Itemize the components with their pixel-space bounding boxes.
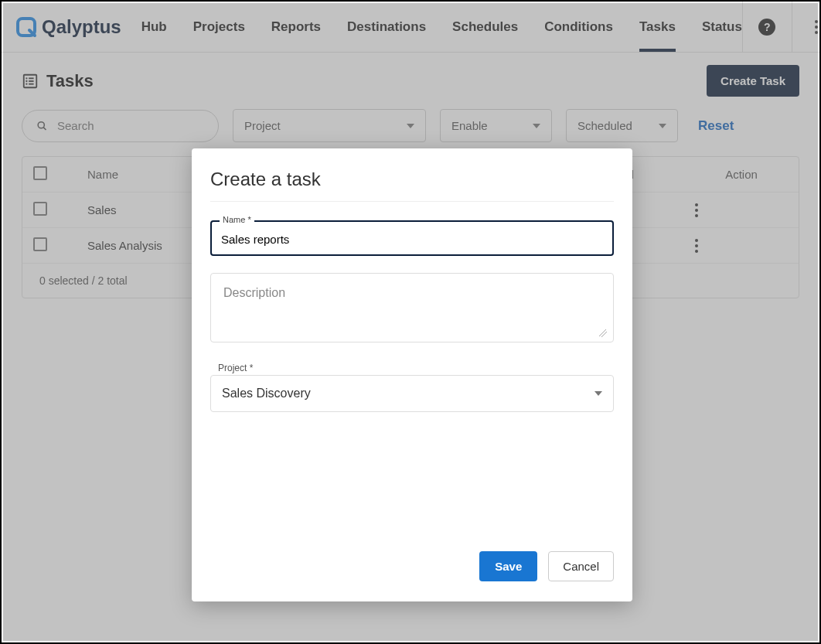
description-field[interactable]: Description [210, 273, 614, 342]
name-input[interactable] [221, 233, 603, 246]
cancel-button[interactable]: Cancel [548, 551, 614, 581]
chevron-down-icon [594, 391, 602, 396]
name-field[interactable]: Name * [210, 220, 614, 256]
create-task-modal: Create a task Name * Description Project… [192, 148, 632, 601]
project-select-value: Sales Discovery [222, 387, 311, 400]
project-field-label: Project * [218, 363, 614, 373]
project-field: Project * Sales Discovery [210, 363, 614, 412]
name-field-label: Name * [220, 215, 254, 224]
modal-footer: Save Cancel [210, 551, 614, 581]
resize-grip-icon[interactable] [599, 329, 607, 337]
project-select[interactable]: Sales Discovery [210, 375, 614, 412]
modal-title: Create a task [210, 169, 614, 202]
description-placeholder: Description [223, 286, 285, 299]
save-button[interactable]: Save [479, 551, 537, 581]
